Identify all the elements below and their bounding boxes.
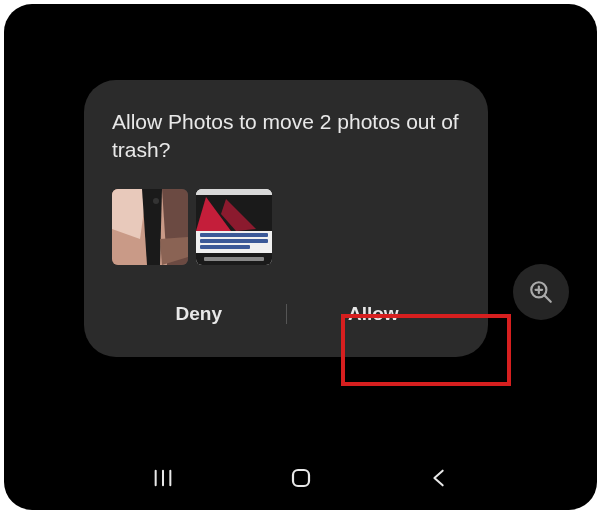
photo-thumbnails xyxy=(112,189,460,265)
allow-button[interactable]: Allow xyxy=(287,291,461,337)
svg-rect-9 xyxy=(200,233,268,237)
screen-frame: Allow Photos to move 2 photos out of tra… xyxy=(4,4,597,510)
back-icon xyxy=(428,467,450,489)
dialog-actions: Deny Allow xyxy=(112,291,460,337)
recents-icon xyxy=(152,467,174,489)
photo-thumbnail xyxy=(196,189,272,265)
magnify-plus-icon xyxy=(528,279,554,305)
svg-rect-7 xyxy=(196,189,272,195)
deny-button[interactable]: Deny xyxy=(112,291,286,337)
photo-thumbnail xyxy=(112,189,188,265)
svg-rect-11 xyxy=(200,245,250,249)
home-button[interactable] xyxy=(289,466,313,490)
dialog-title: Allow Photos to move 2 photos out of tra… xyxy=(112,108,460,165)
svg-rect-13 xyxy=(204,257,264,261)
svg-rect-10 xyxy=(200,239,268,243)
recents-button[interactable] xyxy=(152,467,174,489)
svg-line-1 xyxy=(545,296,551,302)
permission-dialog: Allow Photos to move 2 photos out of tra… xyxy=(84,80,488,357)
zoom-in-button[interactable] xyxy=(513,264,569,320)
back-button[interactable] xyxy=(428,467,450,489)
navigation-bar xyxy=(4,466,597,490)
svg-rect-17 xyxy=(293,470,309,486)
svg-point-5 xyxy=(153,198,159,204)
home-icon xyxy=(289,466,313,490)
